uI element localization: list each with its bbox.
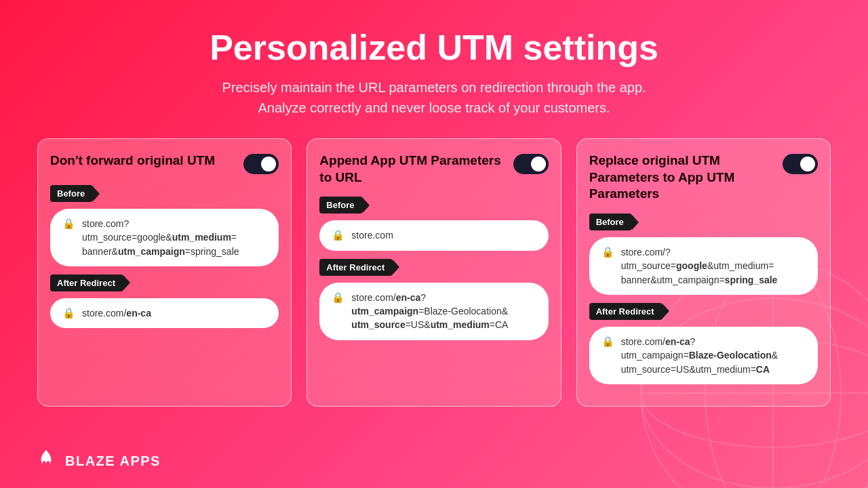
lock-icon-4: 🔒: [332, 291, 344, 304]
header: Personalized UTM settings Precisely main…: [0, 0, 868, 131]
card-2-after-url-text: store.com/en-ca?utm_campaign=Blaze-Geolo…: [351, 291, 508, 332]
card-3-toggle[interactable]: [783, 154, 818, 174]
card-3-before-url-text: store.com/?utm_source=google&utm_medium=…: [621, 245, 778, 287]
card-1-before-url: 🔒 store.com?utm_source=google&utm_medium…: [50, 209, 279, 266]
card-2-before-url: 🔒 store.com: [319, 220, 548, 250]
card-1-before-badge: Before: [50, 185, 93, 202]
lock-icon-6: 🔒: [601, 336, 614, 348]
card-3-after-url: 🔒 store.com/en-ca?utm_campaign=Blaze-Geo…: [589, 327, 818, 384]
card-1-after-url: 🔒 store.com/en-ca: [50, 298, 279, 328]
card-1-after-badge: After Redirect: [50, 274, 123, 291]
card-2-header: Append App UTM Parameters to URL: [319, 152, 548, 186]
card-2-before-badge: Before: [319, 197, 362, 214]
card-2-title: Append App UTM Parameters to URL: [319, 152, 513, 186]
card-3-before-badge: Before: [589, 214, 632, 230]
card-3-after-badge: After Redirect: [589, 303, 663, 320]
card-3-header: Replace original UTM Parameters to App U…: [589, 152, 818, 203]
card-1-title: Don't forward original UTM: [50, 152, 243, 169]
card-2-after-url: 🔒 store.com/en-ca?utm_campaign=Blaze-Geo…: [319, 283, 548, 340]
card-append-utm: Append App UTM Parameters to URL Before …: [307, 138, 561, 407]
card-3-title: Replace original UTM Parameters to App U…: [589, 152, 783, 203]
card-1-before-url-text: store.com?utm_source=google&utm_medium=b…: [82, 217, 239, 258]
cards-container: Don't forward original UTM Before 🔒 stor…: [0, 131, 868, 407]
card-2-after-badge: After Redirect: [319, 259, 393, 276]
card-3-after-url-text: store.com/en-ca?utm_campaign=Blaze-Geolo…: [621, 335, 778, 376]
card-3-before-url: 🔒 store.com/?utm_source=google&utm_mediu…: [589, 237, 818, 295]
card-1-header: Don't forward original UTM: [50, 152, 279, 174]
card-dont-forward: Don't forward original UTM Before 🔒 stor…: [37, 138, 292, 407]
page-subtitle: Precisely maintain the URL parameters on…: [14, 77, 854, 118]
card-1-toggle[interactable]: [243, 154, 279, 174]
card-2-toggle[interactable]: [513, 154, 549, 174]
lock-icon-3: 🔒: [332, 229, 344, 241]
card-replace-utm: Replace original UTM Parameters to App U…: [576, 138, 831, 407]
lock-icon-5: 🔒: [601, 246, 614, 258]
lock-icon: 🔒: [62, 218, 75, 230]
page-title: Personalized UTM settings: [14, 27, 854, 68]
lock-icon-2: 🔒: [62, 307, 75, 319]
brand-logo-icon: [34, 449, 58, 473]
footer: BLAZE APPS: [34, 449, 161, 473]
card-1-after-url-text: store.com/en-ca: [82, 306, 151, 320]
card-2-before-url-text: store.com: [351, 228, 393, 242]
brand-name: BLAZE APPS: [65, 453, 161, 469]
